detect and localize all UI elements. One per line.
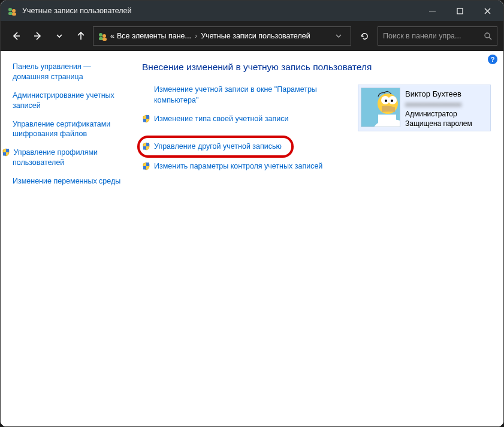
svg-rect-18 bbox=[3, 152, 6, 156]
task-manage-other-account[interactable]: Управление другой учетной записью bbox=[142, 142, 282, 152]
address-dropdown[interactable] bbox=[330, 33, 347, 39]
sidebar-item-cert-mgmt[interactable]: Управление сертификатами шифрования файл… bbox=[13, 119, 122, 140]
svg-line-16 bbox=[489, 37, 491, 40]
shield-icon bbox=[142, 142, 150, 151]
user-role: Администратор bbox=[405, 109, 472, 119]
breadcrumb-seg1[interactable]: Все элементы пане... bbox=[117, 32, 191, 40]
search-input[interactable]: Поиск в панели упра... bbox=[378, 26, 497, 46]
main-panel: Внесение изменений в учетную запись поль… bbox=[128, 51, 503, 426]
svg-rect-3 bbox=[12, 13, 16, 16]
search-icon bbox=[484, 32, 492, 40]
svg-rect-13 bbox=[99, 37, 103, 40]
sidebar-item-home[interactable]: Панель управления — домашняя страница bbox=[13, 62, 122, 82]
svg-rect-27 bbox=[378, 115, 396, 127]
sidebar: Панель управления — домашняя страница Ад… bbox=[1, 51, 128, 426]
svg-point-11 bbox=[99, 33, 102, 37]
window-title: Учетные записи пользователей bbox=[22, 7, 418, 15]
svg-point-15 bbox=[485, 33, 490, 38]
recent-dropdown[interactable] bbox=[50, 26, 69, 46]
forward-button[interactable] bbox=[28, 26, 47, 46]
svg-rect-22 bbox=[143, 146, 146, 150]
sidebar-item-env-vars[interactable]: Изменение переменных среды bbox=[13, 176, 122, 187]
close-button[interactable] bbox=[473, 1, 501, 20]
task-change-in-settings[interactable]: Изменение учетной записи в окне "Парамет… bbox=[142, 85, 346, 106]
shield-icon bbox=[142, 162, 150, 170]
control-panel-window: Учетные записи пользователей « bbox=[0, 0, 504, 427]
titlebar: Учетные записи пользователей bbox=[1, 1, 503, 21]
avatar bbox=[361, 88, 400, 127]
navbar: « Все элементы пане... › Учетные записи … bbox=[1, 21, 503, 51]
help-icon[interactable]: ? bbox=[488, 55, 497, 64]
sidebar-item-admin-accounts[interactable]: Администрирование учетных записей bbox=[13, 91, 122, 111]
svg-rect-14 bbox=[102, 38, 107, 41]
up-button[interactable] bbox=[71, 26, 90, 46]
refresh-button[interactable] bbox=[354, 26, 375, 46]
svg-rect-2 bbox=[8, 12, 13, 15]
svg-rect-5 bbox=[457, 8, 463, 14]
chevron-right-icon: › bbox=[194, 32, 198, 40]
shield-icon bbox=[142, 115, 150, 123]
user-card[interactable]: Виктор Бухтеев ●●●●●●●●●●●●● Администрат… bbox=[358, 85, 491, 131]
user-email: ●●●●●●●●●●●●● bbox=[405, 100, 472, 109]
svg-rect-23 bbox=[146, 163, 149, 166]
svg-point-12 bbox=[102, 34, 106, 38]
content-area: ? Панель управления — домашняя страница … bbox=[1, 51, 503, 426]
task-change-uac[interactable]: Изменить параметры контроля учетных запи… bbox=[142, 161, 346, 172]
maximize-button[interactable] bbox=[446, 1, 473, 20]
breadcrumb-seg2[interactable]: Учетные записи пользователей bbox=[201, 32, 310, 40]
sidebar-item-profile-mgmt[interactable]: Управление профилями пользователей bbox=[13, 148, 122, 168]
minimize-button[interactable] bbox=[418, 1, 446, 20]
svg-rect-19 bbox=[146, 115, 149, 119]
user-accounts-icon bbox=[97, 31, 108, 41]
svg-rect-20 bbox=[143, 119, 146, 122]
highlighted-task-box: Управление другой учетной записью bbox=[137, 136, 294, 158]
app-icon bbox=[7, 5, 17, 16]
svg-point-1 bbox=[12, 9, 16, 13]
user-name: Виктор Бухтеев bbox=[405, 89, 472, 100]
search-placeholder: Поиск в панели упра... bbox=[383, 32, 484, 40]
back-button[interactable] bbox=[7, 26, 26, 46]
user-info: Виктор Бухтеев ●●●●●●●●●●●●● Администрат… bbox=[405, 88, 472, 128]
svg-point-0 bbox=[8, 8, 12, 11]
svg-rect-21 bbox=[146, 143, 149, 146]
page-heading: Внесение изменений в учетную запись поль… bbox=[142, 62, 491, 73]
svg-rect-17 bbox=[6, 149, 9, 152]
task-list: Изменение учетной записи в окне "Парамет… bbox=[142, 85, 346, 181]
address-bar[interactable]: « Все элементы пане... › Учетные записи … bbox=[93, 26, 351, 46]
breadcrumb-prefix: « bbox=[110, 32, 114, 40]
svg-point-32 bbox=[391, 100, 393, 102]
svg-point-31 bbox=[385, 100, 387, 102]
svg-rect-24 bbox=[143, 166, 146, 170]
shield-icon bbox=[2, 148, 10, 157]
user-password-status: Защищена паролем bbox=[405, 119, 472, 128]
task-change-account-type[interactable]: Изменение типа своей учетной записи bbox=[142, 114, 346, 125]
